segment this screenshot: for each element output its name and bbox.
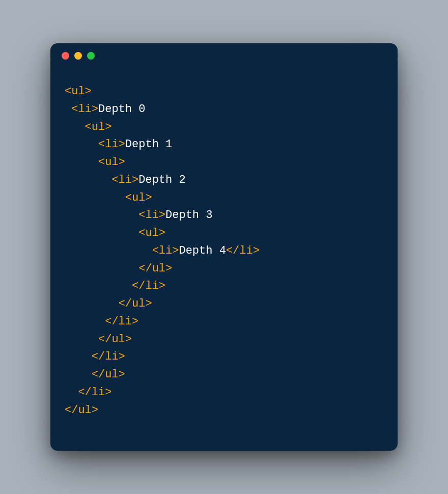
code-tag: </li> — [105, 315, 138, 328]
code-line: </li> — [65, 278, 383, 295]
code-indent — [65, 333, 98, 346]
code-text: Depth 1 — [125, 138, 172, 151]
code-text: Depth 0 — [98, 103, 145, 116]
code-line: </ul> — [65, 331, 383, 349]
code-block: <ul> <li>Depth 0 <ul> <li>Depth 1 <ul> <… — [50, 68, 398, 429]
code-indent — [65, 121, 85, 133]
code-line: <ul> — [65, 154, 383, 172]
code-tag: <ul> — [85, 121, 112, 133]
code-indent — [65, 368, 92, 381]
code-indent — [65, 209, 138, 222]
code-line: </ul> — [65, 260, 383, 278]
code-line: </ul> — [65, 295, 383, 313]
close-icon[interactable] — [62, 52, 69, 60]
minimize-icon[interactable] — [74, 52, 82, 60]
code-indent — [65, 350, 92, 363]
code-line: <li>Depth 0 — [65, 101, 383, 119]
code-indent — [65, 103, 71, 116]
maximize-icon[interactable] — [87, 52, 95, 60]
code-line: <li>Depth 1 — [65, 136, 383, 154]
code-line: <ul> — [65, 189, 383, 207]
code-text: Depth 3 — [165, 209, 212, 222]
code-indent — [65, 138, 98, 151]
code-line: </ul> — [65, 366, 383, 384]
code-tag: </ul> — [92, 368, 125, 381]
code-indent — [65, 262, 138, 275]
code-indent — [65, 280, 132, 292]
code-indent — [65, 156, 98, 169]
code-tag: <li> — [152, 244, 179, 257]
code-line: <li>Depth 3 — [65, 207, 383, 225]
code-line: </li> — [65, 348, 383, 366]
code-line: <ul> — [65, 225, 383, 242]
code-indent — [65, 315, 105, 328]
code-indent — [65, 174, 111, 186]
code-tag: </ul> — [138, 262, 172, 275]
code-tag: <li> — [138, 209, 165, 222]
code-line: </li> — [65, 384, 383, 402]
code-line: <li>Depth 2 — [65, 172, 383, 189]
code-indent — [65, 227, 138, 239]
code-tag: </ul> — [119, 297, 152, 310]
code-tag: </li> — [78, 386, 111, 399]
code-tag: <ul> — [138, 227, 165, 239]
code-indent — [65, 244, 152, 257]
code-tag: <ul> — [125, 191, 152, 204]
code-tag: <ul> — [65, 85, 92, 98]
code-line: <ul> — [65, 119, 383, 136]
code-line: </li> — [65, 313, 383, 331]
code-tag: <li> — [71, 103, 98, 116]
code-tag: <ul> — [98, 156, 125, 169]
code-tag: </ul> — [98, 333, 132, 346]
code-indent — [65, 191, 125, 204]
code-tag: </ul> — [65, 404, 98, 417]
code-line: </ul> — [65, 402, 383, 420]
code-indent — [65, 386, 78, 399]
code-tag: </li> — [226, 244, 260, 257]
code-tag: <li> — [98, 138, 125, 151]
code-text: Depth 2 — [138, 174, 185, 186]
code-indent — [65, 297, 119, 310]
code-text: Depth 4 — [179, 244, 226, 257]
code-line: <ul> — [65, 83, 383, 101]
code-tag: </li> — [132, 280, 165, 292]
code-line: <li>Depth 4</li> — [65, 242, 383, 260]
titlebar — [50, 43, 398, 68]
code-tag: </li> — [92, 350, 125, 363]
code-window: <ul> <li>Depth 0 <ul> <li>Depth 1 <ul> <… — [50, 43, 398, 451]
code-tag: <li> — [111, 174, 138, 186]
